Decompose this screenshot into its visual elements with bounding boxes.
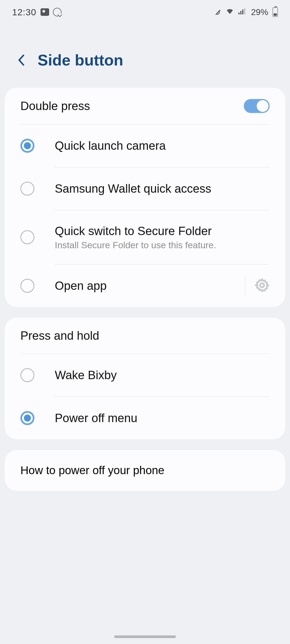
battery-icon — [273, 7, 278, 17]
option-sublabel: Install Secure Folder to use this featur… — [55, 240, 270, 250]
picture-icon — [41, 8, 49, 16]
vertical-divider — [245, 275, 245, 296]
option-label: Quick switch to Secure Folder — [55, 224, 270, 238]
radio-unselected-icon — [20, 279, 34, 293]
svg-rect-0 — [238, 13, 240, 14]
double-press-section: Double press Quick launch camera Samsung… — [5, 88, 285, 307]
option-label: Wake Bixby — [55, 368, 270, 382]
radio-unselected-icon — [20, 182, 34, 196]
chevron-left-icon — [18, 54, 25, 66]
press-hold-section: Press and hold Wake Bixby Power off menu — [5, 318, 285, 439]
option-open-app[interactable]: Open app — [5, 265, 285, 307]
nav-handle[interactable] — [114, 635, 176, 638]
svg-point-4 — [260, 283, 264, 287]
whatsapp-icon — [53, 8, 61, 16]
svg-rect-3 — [244, 8, 245, 14]
status-notif-icons — [41, 8, 61, 16]
press-hold-header-row: Press and hold — [5, 318, 285, 354]
option-secure-folder[interactable]: Quick switch to Secure Folder Install Se… — [5, 210, 285, 264]
option-label: Quick launch camera — [55, 139, 270, 152]
double-press-header-label: Double press — [20, 99, 90, 113]
double-press-header-row[interactable]: Double press — [5, 88, 285, 124]
option-power-off-menu[interactable]: Power off menu — [5, 397, 285, 439]
page-header: Side button — [0, 24, 290, 88]
option-quick-launch-camera[interactable]: Quick launch camera — [5, 125, 285, 167]
radio-unselected-icon — [20, 368, 34, 382]
battery-percentage: 29% — [251, 7, 268, 17]
status-bar: 12:30 29% — [0, 0, 290, 24]
option-samsung-wallet[interactable]: Samsung Wallet quick access — [5, 167, 285, 210]
status-left: 12:30 — [12, 7, 61, 17]
status-time: 12:30 — [12, 7, 36, 17]
help-section: How to power off your phone — [5, 450, 285, 491]
radio-selected-icon — [20, 139, 34, 153]
status-right: 29% — [214, 6, 278, 18]
svg-rect-1 — [240, 11, 241, 14]
signal-icon — [238, 6, 247, 18]
option-label: Open app — [55, 279, 240, 292]
gear-icon[interactable] — [255, 278, 270, 294]
back-button[interactable] — [16, 55, 27, 65]
option-wake-bixby[interactable]: Wake Bixby — [5, 354, 285, 396]
radio-selected-icon — [20, 411, 34, 425]
option-label: Samsung Wallet quick access — [55, 182, 270, 195]
radio-unselected-icon — [20, 230, 34, 244]
page-title: Side button — [38, 51, 123, 69]
double-press-toggle[interactable] — [244, 99, 270, 113]
mute-icon — [214, 8, 222, 16]
help-link-label: How to power off your phone — [20, 464, 164, 477]
wifi-icon — [225, 6, 234, 18]
option-label: Power off menu — [55, 411, 270, 425]
open-app-trailing — [245, 275, 270, 296]
how-to-power-off-link[interactable]: How to power off your phone — [5, 450, 285, 491]
svg-rect-2 — [242, 9, 243, 14]
press-hold-header-label: Press and hold — [20, 329, 99, 342]
